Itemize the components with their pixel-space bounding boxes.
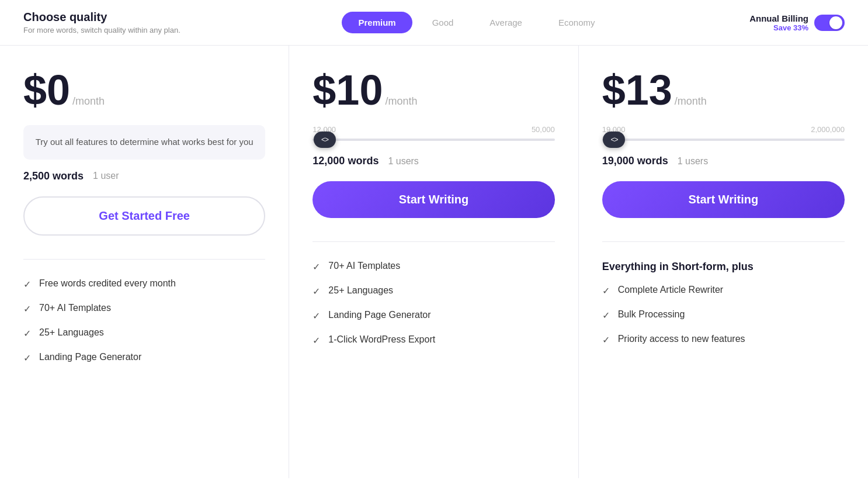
feature-label: 1-Click WordPress Export [328, 334, 435, 345]
short-slider-section: 12,000 50,000 <> [313, 125, 554, 141]
short-price-period: /month [385, 95, 417, 108]
plan-free: $0 /month Try out all features to determ… [0, 46, 289, 478]
list-item: ✓ Bulk Processing [602, 309, 845, 321]
feature-label: Bulk Processing [618, 309, 685, 320]
list-item: ✓ 1-Click WordPress Export [313, 334, 554, 346]
long-features-list: ✓ Complete Article Rewriter ✓ Bulk Proce… [602, 285, 845, 345]
tab-premium[interactable]: Premium [342, 12, 412, 33]
billing-section: Annual Billing Save 33% [749, 13, 845, 32]
free-words-row: 2,500 words 1 user [23, 170, 265, 182]
billing-text: Annual Billing Save 33% [749, 13, 808, 32]
list-item: ✓ Landing Page Generator [23, 352, 265, 364]
check-icon: ✓ [313, 261, 320, 272]
quality-tabs: Premium Good Average Economy [204, 12, 749, 33]
short-price-row: $10 /month [313, 69, 554, 111]
short-slider-track[interactable]: <> [313, 139, 554, 141]
billing-save: Save 33% [749, 23, 808, 32]
short-slider-labels: 12,000 50,000 [313, 125, 554, 134]
long-slider-handle[interactable]: <> [603, 132, 625, 148]
billing-label: Annual Billing [749, 13, 808, 23]
list-item: ✓ 70+ AI Templates [23, 303, 265, 314]
feature-label: Landing Page Generator [328, 310, 430, 320]
toggle-thumb [829, 16, 842, 29]
list-item: ✓ Free words credited every month [23, 278, 265, 290]
long-price-row: $13 /month [602, 69, 845, 111]
long-slider-track[interactable]: <> [602, 139, 845, 141]
long-price-amount: $13 [602, 69, 672, 111]
check-icon: ✓ [23, 303, 31, 314]
free-words-count: 2,500 words [23, 170, 84, 182]
short-slider-handle[interactable]: <> [314, 132, 336, 148]
short-cta-button[interactable]: Start Writing [313, 181, 554, 218]
short-words-count: 12,000 words [313, 155, 379, 167]
check-icon: ✓ [23, 328, 31, 339]
free-price-row: $0 /month [23, 69, 265, 111]
long-cta-button[interactable]: Start Writing [602, 181, 845, 218]
header-subtitle: For more words, switch quality within an… [23, 26, 180, 34]
short-slider-max: 50,000 [532, 125, 555, 134]
plan-long: $13 /month 19,000 2,000,000 <> 19,000 wo… [579, 46, 868, 478]
free-price-period: /month [72, 95, 105, 108]
code-icon: <> [321, 136, 328, 144]
list-item: ✓ Priority access to new features [602, 334, 845, 345]
check-icon: ✓ [313, 310, 320, 321]
list-item: ✓ 25+ Languages [23, 327, 265, 339]
long-features-heading: Everything in Short-form, plus [602, 261, 845, 273]
long-words-row: 19,000 words 1 users [602, 155, 845, 167]
check-icon: ✓ [23, 352, 31, 364]
check-icon: ✓ [602, 334, 610, 345]
check-icon: ✓ [602, 285, 610, 296]
feature-label: Complete Article Rewriter [618, 285, 724, 295]
check-icon: ✓ [313, 286, 320, 297]
long-slider-section: 19,000 2,000,000 <> [602, 125, 845, 141]
code-icon: <> [610, 136, 617, 144]
free-users-count: 1 user [93, 171, 119, 181]
list-item: ✓ 25+ Languages [313, 285, 554, 297]
header-title: Choose quality [23, 11, 180, 24]
feature-label: Landing Page Generator [39, 352, 141, 362]
list-item: ✓ Landing Page Generator [313, 310, 554, 321]
long-divider [602, 241, 845, 242]
check-icon: ✓ [602, 310, 610, 321]
free-divider [23, 259, 265, 260]
long-slider-max: 2,000,000 [811, 125, 845, 134]
feature-label: Free words credited every month [39, 278, 176, 289]
list-item: ✓ 70+ AI Templates [313, 261, 554, 272]
tab-economy[interactable]: Economy [542, 12, 612, 33]
header-left: Choose quality For more words, switch qu… [23, 11, 180, 34]
feature-label: 25+ Languages [39, 327, 104, 338]
free-description: Try out all features to determine what w… [23, 125, 265, 160]
billing-toggle[interactable] [814, 15, 845, 31]
short-features-list: ✓ 70+ AI Templates ✓ 25+ Languages ✓ Lan… [313, 261, 554, 346]
plan-short: $10 /month 12,000 50,000 <> 12,000 words… [289, 46, 578, 478]
free-cta-button[interactable]: Get Started Free [23, 196, 265, 236]
feature-label: 70+ AI Templates [39, 303, 111, 313]
feature-label: 70+ AI Templates [328, 261, 400, 271]
plans-grid: $0 /month Try out all features to determ… [0, 46, 868, 478]
free-price-amount: $0 [23, 69, 70, 111]
short-price-amount: $10 [313, 69, 383, 111]
long-price-period: /month [675, 95, 707, 108]
free-features-list: ✓ Free words credited every month ✓ 70+ … [23, 278, 265, 364]
long-slider-labels: 19,000 2,000,000 [602, 125, 845, 134]
short-words-row: 12,000 words 1 users [313, 155, 554, 167]
long-words-count: 19,000 words [602, 155, 668, 167]
check-icon: ✓ [313, 335, 320, 346]
short-divider [313, 241, 554, 242]
tab-good[interactable]: Good [416, 12, 470, 33]
short-users-count: 1 users [388, 156, 418, 167]
long-users-count: 1 users [678, 156, 708, 167]
feature-label: 25+ Languages [328, 285, 393, 296]
tab-average[interactable]: Average [473, 12, 539, 33]
check-icon: ✓ [23, 279, 31, 290]
list-item: ✓ Complete Article Rewriter [602, 285, 845, 296]
header: Choose quality For more words, switch qu… [0, 0, 868, 46]
feature-label: Priority access to new features [618, 334, 745, 344]
